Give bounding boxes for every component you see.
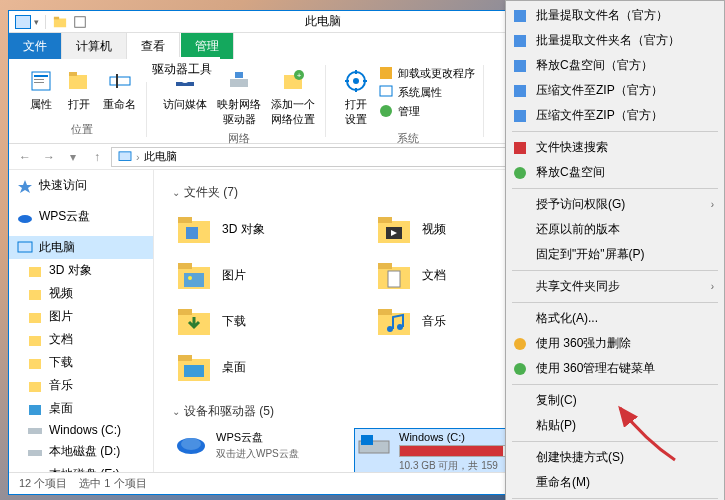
cm-restore-versions[interactable]: 还原以前的版本 xyxy=(506,217,724,242)
ribbon-label: 系统属性 xyxy=(398,85,442,100)
cm-file-search[interactable]: 文件快速搜索 xyxy=(506,135,724,160)
svg-rect-4 xyxy=(34,75,48,77)
cm-free-c-2[interactable]: 释放C盘空间 xyxy=(506,160,724,185)
tab-computer[interactable]: 计算机 xyxy=(62,33,127,59)
svg-rect-58 xyxy=(378,309,392,315)
cm-zip-1[interactable]: 压缩文件至ZIP（官方） xyxy=(506,78,724,103)
sidebar-this-pc[interactable]: 此电脑 xyxy=(9,236,153,259)
sidebar-label: 快速访问 xyxy=(39,177,87,194)
checkbox-icon[interactable] xyxy=(73,15,87,29)
svg-marker-24 xyxy=(18,180,32,193)
sidebar-downloads[interactable]: 下载 xyxy=(9,351,153,374)
svg-rect-34 xyxy=(28,428,42,434)
svg-rect-5 xyxy=(34,79,44,80)
svg-rect-0 xyxy=(54,18,66,27)
ribbon-rename[interactable]: 重命名 xyxy=(101,65,138,114)
sidebar-drive-c[interactable]: Windows (C:) xyxy=(9,420,153,440)
sidebar-drive-e[interactable]: 本地磁盘 (E:) xyxy=(9,463,153,472)
svg-rect-8 xyxy=(69,72,77,76)
sidebar-documents[interactable]: 文档 xyxy=(9,328,153,351)
cm-pin-start[interactable]: 固定到"开始"屏幕(P) xyxy=(506,242,724,267)
drive-usage-bar xyxy=(400,446,503,456)
cm-360-force-delete[interactable]: 使用 360强力删除 xyxy=(506,331,724,356)
folder-3d-objects[interactable]: 3D 对象 xyxy=(172,209,352,249)
folder-desktop[interactable]: 桌面 xyxy=(172,347,352,387)
svg-rect-54 xyxy=(388,271,400,287)
svg-rect-7 xyxy=(69,75,87,89)
svg-rect-75 xyxy=(514,110,526,122)
sidebar-wps-cloud[interactable]: WPS云盘 xyxy=(9,205,153,228)
svg-point-51 xyxy=(188,276,192,280)
ribbon-label: 属性 xyxy=(30,97,52,112)
svg-rect-35 xyxy=(28,450,42,456)
breadcrumb[interactable]: 此电脑 xyxy=(144,149,177,164)
ribbon-open-settings[interactable]: 打开 设置 xyxy=(340,65,372,129)
svg-point-77 xyxy=(514,167,526,179)
folder-pictures[interactable]: 图片 xyxy=(172,255,352,295)
ribbon-label: 卸载或更改程序 xyxy=(398,66,475,81)
sidebar-3d-objects[interactable]: 3D 对象 xyxy=(9,259,153,282)
svg-rect-14 xyxy=(235,72,243,78)
cm-extract-filenames[interactable]: 批量提取文件名（官方） xyxy=(506,3,724,28)
ribbon-manage[interactable]: 管理 xyxy=(378,103,475,119)
ribbon-label: 重命名 xyxy=(103,97,136,112)
svg-rect-13 xyxy=(230,79,248,87)
tab-view[interactable]: 查看 xyxy=(127,33,180,59)
computer-icon xyxy=(15,15,31,29)
cm-zip-2[interactable]: 压缩文件至ZIP（官方） xyxy=(506,103,724,128)
ribbon-map-network[interactable]: 映射网络 驱动器 xyxy=(215,65,263,129)
drive-wps-cloud[interactable]: WPS云盘双击进入WPS云盘 xyxy=(172,428,332,472)
svg-rect-32 xyxy=(29,382,41,392)
cm-free-c-space[interactable]: 释放C盘空间（官方） xyxy=(506,53,724,78)
ribbon-group-label: 位置 xyxy=(71,122,93,137)
nav-up-button[interactable]: ↑ xyxy=(87,147,107,167)
ribbon-add-network[interactable]: + 添加一个 网络位置 xyxy=(269,65,317,129)
svg-rect-45 xyxy=(378,217,392,223)
ribbon-open[interactable]: 打开 xyxy=(63,65,95,114)
svg-rect-31 xyxy=(29,359,41,369)
ribbon-uninstall[interactable]: 卸载或更改程序 xyxy=(378,65,475,81)
folder-icon[interactable] xyxy=(53,15,67,29)
sidebar-videos[interactable]: 视频 xyxy=(9,282,153,305)
tab-drive-tools[interactable]: 驱动器工具 xyxy=(144,57,220,82)
cm-format[interactable]: 格式化(A)... xyxy=(506,306,724,331)
svg-rect-10 xyxy=(116,74,118,88)
svg-rect-63 xyxy=(184,365,204,377)
ribbon-sys-props[interactable]: 系统属性 xyxy=(378,84,475,100)
nav-back-button[interactable]: ← xyxy=(15,147,35,167)
ribbon-label: 访问媒体 xyxy=(163,97,207,112)
svg-point-19 xyxy=(353,78,359,84)
cm-360-right-menu[interactable]: 使用 360管理右键菜单 xyxy=(506,356,724,381)
status-item-count: 12 个项目 xyxy=(19,476,67,491)
cm-paste[interactable]: 粘贴(P) xyxy=(506,413,724,438)
svg-point-79 xyxy=(514,363,526,375)
nav-history-dropdown[interactable]: ▾ xyxy=(63,147,83,167)
ribbon-properties[interactable]: 属性 xyxy=(25,65,57,114)
folder-downloads[interactable]: 下载 xyxy=(172,301,352,341)
navigation-pane: 快速访问 WPS云盘 此电脑 3D 对象 视频 图片 文档 下载 音乐 xyxy=(9,170,154,472)
sidebar-quick-access[interactable]: 快速访问 xyxy=(9,174,153,197)
window-title: 此电脑 xyxy=(275,13,341,30)
nav-forward-button[interactable]: → xyxy=(39,147,59,167)
cm-rename[interactable]: 重命名(M) xyxy=(506,470,724,495)
tab-file[interactable]: 文件 xyxy=(9,33,62,59)
sidebar-music[interactable]: 音乐 xyxy=(9,374,153,397)
cm-copy[interactable]: 复制(C) xyxy=(506,388,724,413)
sidebar-pictures[interactable]: 图片 xyxy=(9,305,153,328)
svg-point-25 xyxy=(18,215,32,223)
svg-rect-50 xyxy=(184,273,204,287)
cm-share-sync[interactable]: 共享文件夹同步› xyxy=(506,274,724,299)
sidebar-desktop[interactable]: 桌面 xyxy=(9,397,153,420)
svg-rect-29 xyxy=(29,313,41,323)
svg-rect-42 xyxy=(178,217,192,223)
qat-dropdown-icon[interactable]: ▾ xyxy=(34,17,39,27)
svg-rect-49 xyxy=(178,263,192,269)
cm-create-shortcut[interactable]: 创建快捷方式(S) xyxy=(506,445,724,470)
cm-grant-access[interactable]: 授予访问权限(G)› xyxy=(506,192,724,217)
sidebar-drive-d[interactable]: 本地磁盘 (D:) xyxy=(9,440,153,463)
svg-rect-26 xyxy=(18,242,32,252)
svg-rect-2 xyxy=(75,16,86,27)
cm-extract-foldernames[interactable]: 批量提取文件夹名（官方） xyxy=(506,28,724,53)
tab-manage[interactable]: 管理 xyxy=(181,33,234,59)
drive-windows-c[interactable]: Windows (C:)10.3 GB 可用，共 159 GB xyxy=(354,428,514,472)
